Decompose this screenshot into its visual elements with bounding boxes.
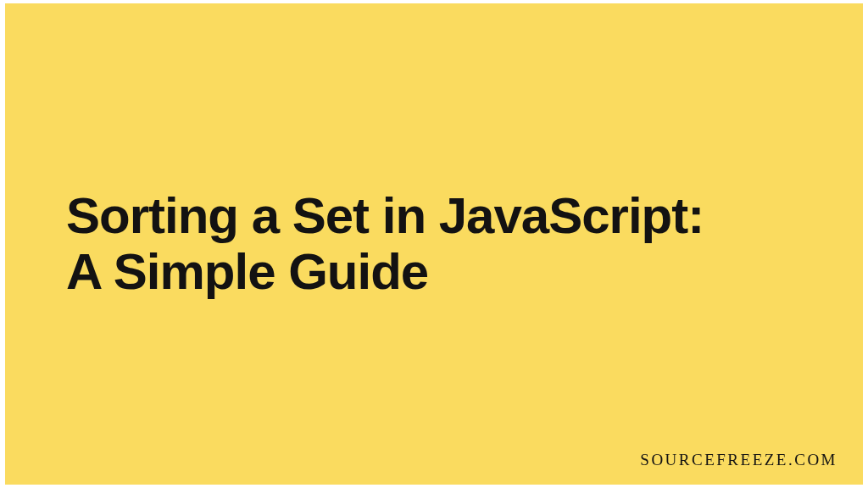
title-card: Sorting a Set in JavaScript: A Simple Gu… xyxy=(5,3,863,485)
headline-line-2: A Simple Guide xyxy=(66,243,428,300)
headline: Sorting a Set in JavaScript: A Simple Gu… xyxy=(66,188,829,300)
site-attribution: SOURCEFREEZE.COM xyxy=(640,451,837,469)
headline-line-1: Sorting a Set in JavaScript: xyxy=(66,187,704,244)
